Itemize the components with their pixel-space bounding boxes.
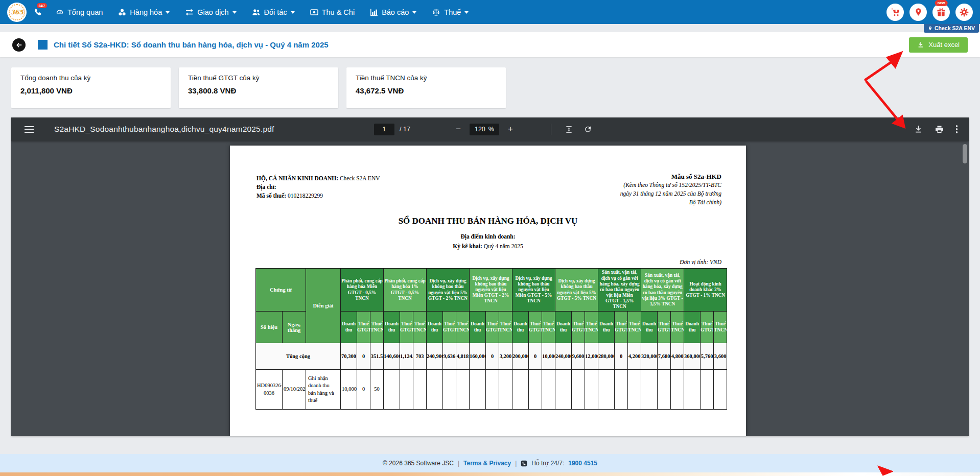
cell-value [615,370,628,410]
doc-period-label: Kỳ kê khai: [453,243,482,249]
doc-form-block: Mẫu số S2a-HKD (Kèm theo Thông tư số 152… [620,172,721,207]
header-sub-column: Thuế GTGT [486,312,499,343]
cell-value [542,370,555,410]
menu-item-doi-tac[interactable]: Đối tác [252,8,295,16]
menu-label: Đối tác [264,8,287,16]
app-logo[interactable]: 365 [7,3,27,22]
cell-value [684,370,701,410]
zoom-value: 120 [475,126,485,133]
header-sub-column: Thuế TNCN [456,312,470,343]
chart-icon [370,8,378,16]
doc-location: Địa điểm kinh doanh: [230,233,746,240]
total-value-cell: 703 [413,343,427,370]
doc-owner-label: HỘ, CÁ NHÂN KINH DOANH: [256,175,338,181]
stat-card-tncn: Tiền thuế TNCN của kỳ 43,672.5 VNĐ [346,67,506,108]
detail-header: Chi tiết Sổ S2a-HKD: Sổ doanh thu bán hà… [0,32,980,57]
menu-item-thue[interactable]: Thuế [432,8,469,16]
total-value-cell: 9,636 [443,343,456,370]
menu-item-hang-hoa[interactable]: Hàng hóa [118,8,170,16]
cell-value [572,370,585,410]
cell-value: 10,000 [341,370,357,410]
stat-value: 33,800.8 VNĐ [188,86,329,95]
total-value-cell: 9,600 [572,343,585,370]
menu-item-thu-chi[interactable]: Thu & Chi [310,8,355,16]
header-group: Phân phối, cung cấp hàng hóa 1% GTGT - 0… [384,269,427,312]
top-navbar: 365 24/7 Tổng quan Hàng hóa Giao dịch Đố… [0,0,980,24]
settings-button[interactable] [955,4,973,21]
total-value-cell: 10,000 [542,343,555,370]
header-group: Sản xuất, vận tải, dịch vụ có gắn với hà… [641,269,684,312]
exchange-icon [185,8,194,16]
pdf-zoom-controls: − 120 % + [455,123,514,135]
pdf-print-button[interactable] [934,124,945,135]
cell-ngay-thang: 09/10/2025 [283,370,306,410]
back-button[interactable] [12,38,26,52]
menu-item-bao-cao[interactable]: Báo cáo [370,8,416,16]
menu-item-tong-quan[interactable]: Tổng quan [56,8,103,16]
zoom-out-button[interactable]: − [455,123,462,135]
pdf-menu-button[interactable] [25,124,34,134]
pdf-page-total: / 17 [400,126,410,133]
gift-button[interactable]: new [932,4,950,21]
doc-form-note: (Kèm theo Thông tư số 152/2025/TT-BTC [620,181,721,189]
chevron-down-icon [166,11,170,14]
pdf-zoom-level[interactable]: 120 % [470,124,499,135]
footer-support-phone[interactable]: 1900 4515 [568,460,597,467]
total-value-cell: 12,000 [585,343,598,370]
hotline-icon[interactable]: 24/7 [34,8,42,16]
total-value-cell: 240,000 [555,343,572,370]
header-sub-column: Doanh thu [470,312,486,343]
header-sub-column: Doanh thu [512,312,529,343]
total-value-cell: 320,000 [641,343,658,370]
total-value-cell: 140,600 [384,343,400,370]
table-total-row: Tổng cộng70,3000351.5140,6001,124.870324… [256,343,727,370]
cell-value [456,370,470,410]
cart-button[interactable] [886,4,904,21]
cell-value [499,370,512,410]
pdf-download-button[interactable] [913,124,924,135]
header-sub-column: Doanh thu [384,312,400,343]
cell-value [628,370,641,410]
cell-value [512,370,529,410]
chevron-down-icon [412,11,416,14]
gear-icon [960,8,969,17]
menu-label: Hàng hóa [130,8,162,16]
pdf-page-input[interactable] [374,124,394,135]
header-sub-column: Thuế TNCN [370,312,384,343]
header-sub-column: Doanh thu [641,312,658,343]
total-value-cell: 280,000 [598,343,615,370]
stat-cards: Tổng doanh thu của kỳ 2,011,800 VNĐ Tiền… [11,67,980,108]
header-sub-column: Thuế TNCN [499,312,512,343]
environment-badge-label: Check S2A ENV [935,25,975,31]
total-value-cell: 70,300 [341,343,357,370]
total-value-cell: 160,000 [470,343,486,370]
location-button[interactable] [909,4,927,21]
zoom-in-button[interactable]: + [507,123,514,135]
fit-height-icon [565,126,573,133]
cell-value: 50 [370,370,384,410]
doc-period-value: Quý 4 năm 2025 [484,243,523,249]
total-value-cell: 1,124.8 [400,343,413,370]
total-label-cell: Tổng cộng [256,343,341,370]
menu-label: Thu & Chi [322,8,355,16]
total-value-cell: 3,200 [499,343,512,370]
scales-icon [432,8,440,16]
doc-address-label: Địa chỉ: [256,184,276,190]
pdf-more-button[interactable] [955,123,959,136]
total-value-cell: 5,760 [701,343,714,370]
doc-taxcode-label: Mã số thuế: [256,193,286,199]
fit-page-button[interactable] [564,125,574,134]
total-value-cell: 0 [615,343,628,370]
pdf-scrollbar-thumb[interactable] [963,144,967,163]
total-value-cell: 200,000 [512,343,529,370]
total-value-cell: 7,680 [658,343,671,370]
cell-value [443,370,456,410]
header-sub-column: Thuế GTGT [701,312,714,343]
chevron-down-icon [464,11,469,14]
rotate-button[interactable] [583,125,593,134]
download-icon [917,41,924,49]
header-sub-column: Doanh thu [684,312,701,343]
footer-terms-link[interactable]: Terms & Privacy [463,460,511,467]
export-excel-button[interactable]: Xuất excel [909,37,968,53]
menu-item-giao-dich[interactable]: Giao dịch [185,8,236,16]
